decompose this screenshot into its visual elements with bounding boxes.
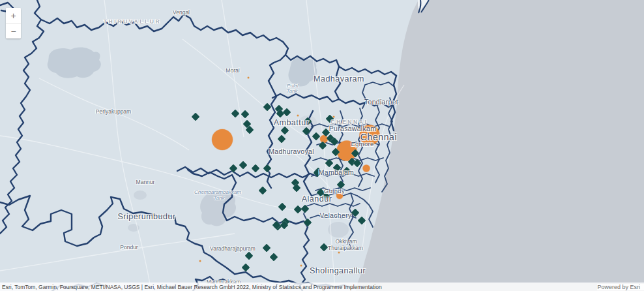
poi-dot — [248, 77, 250, 79]
place-label: Periyakuppam — [96, 108, 131, 115]
place-label: Sriperumbudur — [117, 212, 175, 221]
map-container: VengalTHIRUVALLURMoraiMadhavaramPulalTan… — [0, 0, 644, 291]
place-label: Madhavaram — [314, 74, 364, 84]
attribution-text: Esri, TomTom, Garmin, Foursquare, METI/N… — [0, 284, 382, 290]
bubble-marker[interactable] — [363, 165, 370, 172]
place-label: Chembarambakkam — [194, 189, 241, 195]
place-label: Mannur — [136, 179, 155, 185]
place-label: Sholinganallur — [310, 266, 366, 275]
poi-dot — [333, 116, 335, 118]
place-label: Egmore — [351, 140, 373, 147]
zoom-in-button[interactable]: + — [6, 8, 21, 23]
poi-dot — [300, 265, 302, 267]
place-label: Okkiyam — [335, 238, 357, 245]
place-label: Mambalam — [319, 168, 354, 176]
poi-dot — [338, 252, 340, 254]
zoom-control: + − — [6, 8, 21, 38]
place-label: Pondur — [120, 244, 138, 251]
place-label: Varadharajapuram — [210, 245, 256, 252]
place-label: Ambattur — [274, 118, 310, 127]
bubble-marker[interactable] — [212, 129, 233, 150]
place-label: Tondiarpet — [364, 98, 398, 106]
place-label: Morai — [226, 67, 239, 74]
place-label: Vengal — [173, 9, 190, 16]
place-label: Guindy — [324, 187, 345, 194]
place-label: Alandur — [302, 194, 332, 204]
place-label: THIRUVALLUR — [104, 18, 161, 25]
attribution-bar: Esri, TomTom, Garmin, Foursquare, METI/N… — [0, 283, 644, 291]
place-label: Tank — [213, 195, 224, 201]
powered-by-esri: Powered by Esri — [597, 284, 644, 290]
place-label: Tank — [286, 88, 297, 94]
zoom-out-button[interactable]: − — [6, 23, 21, 38]
poi-dot — [297, 115, 299, 117]
poi-dot — [199, 260, 201, 262]
place-label: Madhuravoyal — [269, 147, 314, 155]
place-label: Velachery — [320, 211, 352, 219]
place-label: Thuraipakkam — [328, 245, 363, 251]
